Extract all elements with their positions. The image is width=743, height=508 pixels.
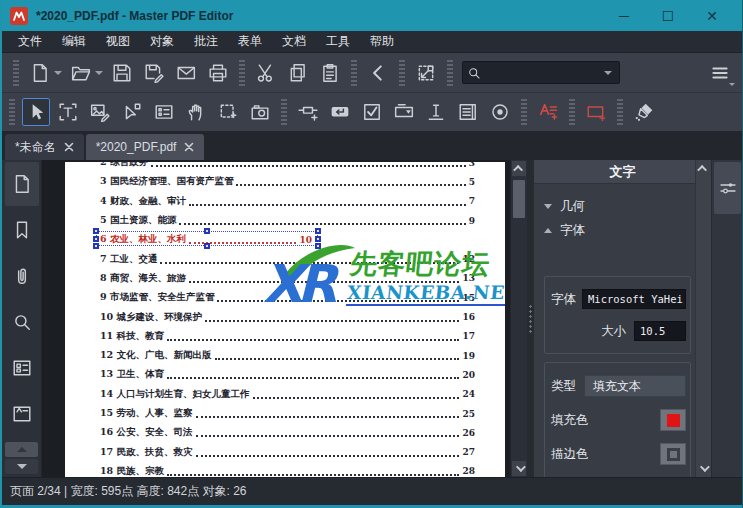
selection-box[interactable] — [96, 231, 318, 246]
form-fields-panel-button[interactable] — [5, 346, 39, 390]
checkbox-tool[interactable] — [358, 98, 386, 126]
scrollbar-thumb[interactable] — [513, 180, 525, 218]
new-document-dropdown-icon[interactable] — [54, 71, 62, 75]
back-button[interactable] — [364, 59, 392, 87]
toolbar-grip[interactable] — [281, 99, 287, 125]
edit-text-tool[interactable] — [54, 98, 82, 126]
toc-row[interactable]: 2 综合政务3 — [100, 162, 475, 172]
email-button[interactable] — [172, 59, 200, 87]
toc-row[interactable]: 9 市场监管、安全生产监管15 — [100, 288, 475, 307]
edit-image-tool[interactable] — [86, 98, 114, 126]
toolbar-menu-button[interactable] — [706, 59, 734, 87]
toolbar-grip[interactable] — [521, 99, 527, 125]
open-file-dropdown-icon[interactable] — [95, 71, 103, 75]
open-file-button[interactable] — [67, 59, 95, 87]
panel-splitter[interactable] — [527, 160, 534, 477]
selection-handle[interactable] — [93, 243, 99, 249]
toc-row[interactable]: 4 财政、金融、审计7 — [100, 192, 475, 211]
toolbar-grip[interactable] — [13, 60, 19, 86]
edit-path-tool[interactable] — [118, 98, 146, 126]
menu-item[interactable]: 表单 — [228, 31, 272, 52]
type-dropdown[interactable]: 填充文本 — [584, 375, 686, 397]
snapshot-tool[interactable] — [246, 98, 274, 126]
selection-handle[interactable] — [315, 243, 321, 249]
toc-row[interactable]: 13 卫生、体育20 — [100, 365, 475, 384]
document-scrollbar[interactable] — [510, 160, 527, 477]
geometry-section-header[interactable]: 几何 — [542, 194, 691, 218]
maximize-button[interactable]: ☐ — [646, 3, 690, 29]
pdf-page[interactable]: 2 综合政务33 国民经济管理、国有资产监管54 财政、金融、审计75 国土资源… — [65, 162, 505, 477]
title-bar[interactable]: *2020_PDF.pdf - Master PDF Editor ─ ☐ ✕ — [2, 0, 742, 31]
radio-button-tool[interactable] — [486, 98, 514, 126]
panel-scrollbar[interactable] — [695, 160, 711, 477]
font-size-field[interactable]: 10.5 — [634, 321, 686, 341]
signatures-panel-button[interactable] — [5, 392, 39, 436]
scroll-up-button[interactable] — [512, 161, 526, 176]
toc-row[interactable]: 10 城乡建设、环境保护16 — [100, 307, 475, 326]
search-panel-button[interactable] — [5, 300, 39, 344]
search-input[interactable] — [481, 67, 606, 79]
menu-item[interactable]: 工具 — [316, 31, 360, 52]
toc-row[interactable]: 8 商贸、海关、旅游13 — [100, 269, 475, 288]
menu-item[interactable]: 编辑 — [52, 31, 96, 52]
menu-item[interactable]: 视图 — [96, 31, 140, 52]
paste-button[interactable] — [316, 59, 344, 87]
panel-scroll-down-button[interactable] — [697, 461, 710, 476]
toc-row[interactable]: 3 国民经济管理、国有资产监管5 — [100, 172, 475, 191]
toc-row[interactable]: 14 人口与计划生育、妇女儿童工作24 — [100, 385, 475, 404]
toolbar-grip[interactable] — [569, 99, 575, 125]
toc-row[interactable]: 17 民政、扶贫、救灾27 — [100, 442, 475, 461]
textfield-tool[interactable] — [422, 98, 450, 126]
font-name-field[interactable]: Microsoft YaHei — [582, 289, 686, 309]
highlighter-tool[interactable] — [630, 98, 658, 126]
document-viewport[interactable]: 2 综合政务33 国民经济管理、国有资产监管54 财政、金融、审计75 国土资源… — [42, 160, 527, 477]
toolbar-grip[interactable] — [351, 60, 357, 86]
stroke-color-button[interactable] — [660, 443, 686, 465]
hand-tool[interactable] — [182, 98, 210, 126]
edit-objects-tool[interactable] — [22, 98, 50, 126]
edit-forms-tool[interactable] — [150, 98, 178, 126]
toc-row[interactable]: 12 文化、广电、新闻出版19 — [100, 346, 475, 365]
properties-toggle-button[interactable] — [714, 162, 741, 214]
selection-handle[interactable] — [204, 243, 210, 249]
search-dropdown-icon[interactable] — [604, 71, 612, 75]
toolbar-grip[interactable] — [239, 60, 245, 86]
sidebar-scroll-up-button[interactable] — [5, 442, 38, 457]
attachments-panel-button[interactable] — [5, 254, 39, 298]
tab-2020-pdf[interactable]: *2020_PDF.pdf — [86, 134, 205, 160]
save-as-button[interactable] — [140, 59, 168, 87]
menu-item[interactable]: 批注 — [184, 31, 228, 52]
enter-key-tool[interactable] — [326, 98, 354, 126]
toolbar-grip[interactable] — [9, 99, 15, 125]
panel-scroll-up-button[interactable] — [697, 161, 710, 176]
select-text-tool[interactable] — [214, 98, 242, 126]
toolbar-grip[interactable] — [447, 60, 453, 86]
bookmarks-panel-button[interactable] — [5, 208, 39, 252]
toc-row[interactable]: 15 劳动、人事、监察25 — [100, 404, 475, 423]
print-button[interactable] — [204, 59, 232, 87]
save-button[interactable] — [108, 59, 136, 87]
listbox-tool[interactable] — [454, 98, 482, 126]
copy-button[interactable] — [284, 59, 312, 87]
menu-item[interactable]: 文档 — [272, 31, 316, 52]
font-section-header[interactable]: 字体 — [542, 218, 691, 242]
selection-handle[interactable] — [93, 236, 99, 242]
selection-handle[interactable] — [315, 236, 321, 242]
selection-handle[interactable] — [93, 228, 99, 234]
scroll-down-button[interactable] — [512, 461, 526, 476]
pages-panel-button[interactable] — [5, 162, 39, 206]
add-link-tool[interactable] — [294, 98, 322, 126]
toc-row-selected[interactable]: 6 农业、林业、水利10 — [100, 230, 475, 249]
add-text-annotation-tool[interactable] — [534, 98, 562, 126]
fit-page-button[interactable] — [412, 59, 440, 87]
fill-color-button[interactable] — [660, 409, 686, 431]
sidebar-scroll-down-button[interactable] — [5, 459, 38, 474]
selection-handle[interactable] — [204, 228, 210, 234]
menu-item[interactable]: 文件 — [8, 31, 52, 52]
search-box[interactable] — [462, 61, 620, 84]
toc-row[interactable]: 18 民族、宗教28 — [100, 462, 475, 477]
close-tab-icon[interactable] — [64, 142, 74, 152]
toolbar-grip[interactable] — [399, 60, 405, 86]
toc-row[interactable]: 5 国土资源、能源9 — [100, 211, 475, 230]
combobox-tool[interactable] — [390, 98, 418, 126]
